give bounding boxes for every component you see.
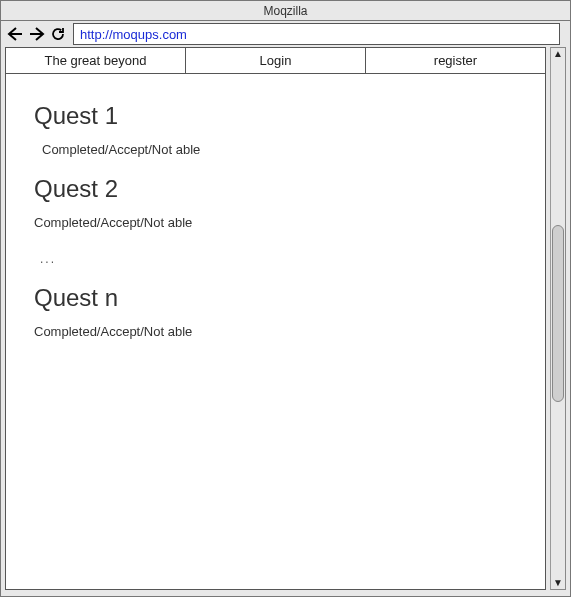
quest-status: Completed/Accept/Not able <box>34 215 517 230</box>
quest-title: Quest 1 <box>34 102 517 130</box>
browser-window: Moqzilla The great beyond Login register… <box>0 0 571 597</box>
tab-great-beyond[interactable]: The great beyond <box>6 48 186 73</box>
vertical-scrollbar[interactable]: ▲ ▼ <box>550 47 566 590</box>
scroll-up-icon[interactable]: ▲ <box>553 49 563 59</box>
body-row: The great beyond Login register Quest 1 … <box>1 47 570 596</box>
quest-status: Completed/Accept/Not able <box>42 142 517 157</box>
reload-icon[interactable] <box>49 27 67 41</box>
scroll-thumb[interactable] <box>552 225 564 401</box>
tab-bar: The great beyond Login register <box>6 48 545 74</box>
content-area: Quest 1 Completed/Accept/Not able Quest … <box>6 74 545 589</box>
browser-toolbar <box>1 21 570 47</box>
back-icon[interactable] <box>5 27 25 41</box>
quest-title: Quest 2 <box>34 175 517 203</box>
forward-icon[interactable] <box>27 27 47 41</box>
tab-login[interactable]: Login <box>186 48 366 73</box>
ellipsis: ... <box>40 252 517 266</box>
page: The great beyond Login register Quest 1 … <box>5 47 546 590</box>
address-bar[interactable] <box>73 23 560 45</box>
window-title: Moqzilla <box>1 1 570 21</box>
scroll-down-icon[interactable]: ▼ <box>553 578 563 588</box>
quest-status: Completed/Accept/Not able <box>34 324 517 339</box>
scroll-track[interactable] <box>552 59 564 578</box>
quest-title: Quest n <box>34 284 517 312</box>
tab-register[interactable]: register <box>366 48 545 73</box>
